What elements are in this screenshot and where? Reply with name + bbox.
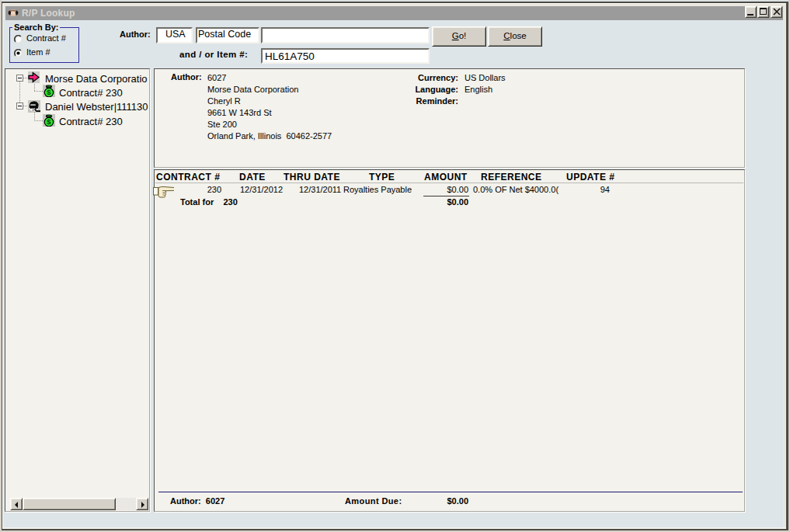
svg-text:$: $	[47, 117, 51, 126]
svg-text:$: $	[47, 88, 51, 96]
